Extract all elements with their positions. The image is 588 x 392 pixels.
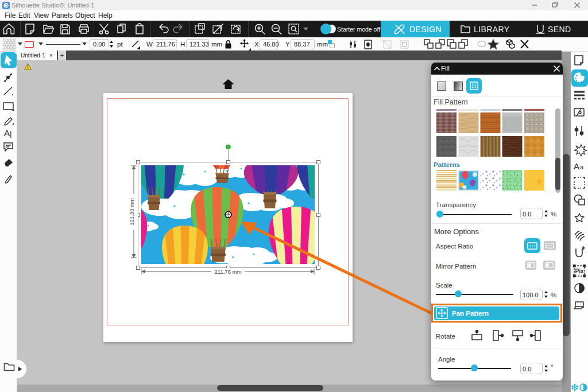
svg-text:121.33 mm: 121.33 mm <box>129 198 135 226</box>
svg-text:Pix: Pix <box>575 268 584 274</box>
svg-text:a: a <box>580 164 584 170</box>
svg-text:A: A <box>574 161 579 171</box>
